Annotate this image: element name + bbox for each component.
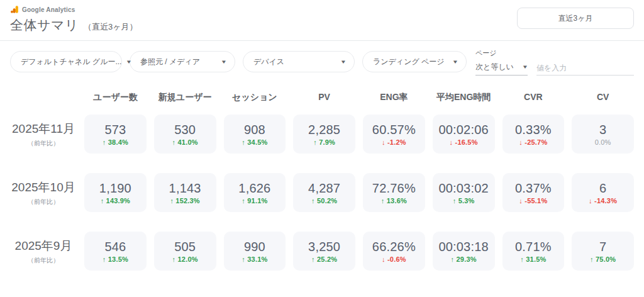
metric-delta: 0.0% [595, 138, 611, 146]
date-range-button[interactable]: 直近3ヶ月 [517, 8, 634, 29]
value-input[interactable] [536, 64, 634, 76]
table-row: 2025年9月（前年比）546↑ 13.5%505↑ 12.0%990↑ 33.… [10, 232, 634, 271]
metric-value: 1,190 [99, 181, 131, 196]
metric-delta: ↑ 152.3% [170, 197, 199, 205]
metric-card: 4,287↑ 50.2% [293, 173, 355, 212]
row-sublabel: （前年比） [10, 256, 77, 265]
metric-value: 573 [104, 123, 126, 137]
metric-card: 573↑ 38.4% [84, 115, 147, 154]
metric-value: 908 [244, 123, 265, 137]
row-label: 2025年10月（前年比） [10, 179, 77, 206]
metric-delta: ↑ 31.5% [520, 255, 546, 263]
column-header: セッション [224, 92, 286, 103]
metric-delta: ↑ 143.9% [101, 197, 130, 205]
metric-delta: ↑ 29.3% [451, 255, 477, 263]
metric-delta: ↑ 91.1% [242, 197, 267, 205]
filter-bar: デフォルトチャネル グルー... ▼ 参照元 / メディア ▼ デバイス ▼ ラ… [0, 41, 644, 76]
chevron-down-icon: ▼ [452, 59, 458, 65]
column-header: PV [293, 92, 355, 103]
filter-landing-page[interactable]: ランディング ページ ▼ [362, 51, 467, 72]
metric-value: 1,626 [238, 181, 270, 196]
page-header: Google Analytics 全体サマリ （直近3ヶ月） 直近3ヶ月 [0, 0, 644, 41]
metric-value: 7 [599, 240, 606, 254]
row-label: 2025年9月（前年比） [10, 238, 77, 265]
metric-card: 00:03:02↑ 5.3% [433, 173, 495, 212]
metric-value: 66.26% [372, 240, 416, 254]
column-header: CVR [502, 92, 565, 103]
page-subtitle: （直近3ヶ月） [84, 21, 138, 33]
filter-default-channel-group[interactable]: デフォルトチャネル グルー... ▼ [10, 51, 122, 72]
metric-delta: ↓ -0.6% [382, 255, 406, 263]
google-analytics-icon [10, 5, 19, 14]
metric-value: 0.71% [515, 240, 552, 254]
page-filter: ページ 次と等しい ▼ [475, 47, 634, 76]
metric-card: 00:02:06↓ -16.5% [433, 115, 495, 154]
metric-value: 3 [599, 123, 606, 137]
metric-value: 0.33% [515, 123, 552, 137]
table-row: 2025年10月（前年比）1,190↑ 143.9%1,143↑ 152.3%1… [10, 173, 634, 212]
condition-select[interactable]: 次と等しい ▼ [475, 62, 528, 76]
page-filter-label: ページ [475, 48, 634, 58]
metric-delta: ↑ 12.0% [172, 255, 198, 263]
metric-card: 546↑ 13.5% [84, 232, 147, 271]
metric-delta: ↑ 75.0% [590, 255, 616, 263]
metric-card: 0.33%↓ -25.7% [502, 115, 565, 154]
column-header: 平均ENG時間 [433, 92, 495, 103]
metric-card: 66.26%↓ -0.6% [363, 232, 425, 271]
metric-card: 990↑ 33.1% [224, 232, 286, 271]
chevron-down-icon: ▼ [522, 64, 528, 70]
metric-card: 1,190↑ 143.9% [84, 173, 147, 212]
column-header: 新規ユーザー [154, 92, 216, 103]
metric-value: 4,287 [308, 181, 340, 196]
row-sublabel: （前年比） [10, 198, 77, 206]
filter-label: 参照元 / メディア [140, 57, 200, 67]
row-month: 2025年9月 [10, 238, 77, 254]
metric-delta: ↑ 33.1% [242, 255, 267, 263]
brand-name: Google Analytics [22, 6, 75, 13]
metric-card: 60.57%↓ -1.2% [363, 115, 425, 154]
metric-value: 2,285 [308, 123, 340, 137]
metric-value: 546 [104, 240, 126, 254]
metric-card: 505↑ 12.0% [154, 232, 216, 271]
metric-value: 00:03:02 [438, 181, 488, 196]
row-label: 2025年11月（前年比） [10, 121, 77, 148]
metric-card: 00:03:18↑ 29.3% [433, 232, 495, 271]
metric-card: 1,143↑ 152.3% [154, 173, 216, 212]
metric-value: 6 [599, 181, 606, 196]
metric-card: 72.76%↑ 13.6% [363, 173, 425, 212]
metric-delta: ↑ 34.5% [242, 138, 267, 146]
row-month: 2025年10月 [10, 179, 77, 196]
metric-value: 505 [174, 240, 196, 254]
metric-delta: ↑ 13.5% [103, 255, 128, 263]
metric-card: 2,285↑ 7.9% [293, 115, 355, 154]
metric-delta: ↑ 41.0% [172, 138, 198, 146]
metric-value: 990 [244, 240, 265, 254]
metric-value: 72.76% [372, 181, 416, 196]
metric-card: 530↑ 41.0% [154, 115, 216, 154]
metric-value: 60.57% [372, 123, 416, 137]
metric-card: 30.0% [572, 115, 634, 154]
metric-delta: ↑ 5.3% [453, 197, 475, 205]
metric-value: 00:02:06 [438, 123, 488, 137]
page-title: 全体サマリ [10, 16, 79, 34]
filter-device[interactable]: デバイス ▼ [243, 51, 355, 72]
chevron-down-icon: ▼ [340, 59, 347, 65]
chevron-down-icon: ▼ [126, 59, 132, 65]
metric-card: 0.71%↑ 31.5% [502, 232, 565, 271]
metric-delta: ↓ -14.3% [589, 197, 617, 205]
metric-delta: ↑ 7.9% [313, 138, 335, 146]
filter-source-medium[interactable]: 参照元 / メディア ▼ [130, 51, 235, 72]
row-sublabel: （前年比） [10, 139, 77, 148]
metric-value: 3,250 [308, 240, 340, 254]
metric-delta: ↑ 13.6% [381, 197, 407, 205]
filter-label: デバイス [253, 57, 284, 67]
metric-card: 1,626↑ 91.1% [224, 173, 286, 212]
filter-label: ランディング ページ [373, 57, 445, 67]
chevron-down-icon: ▼ [221, 59, 227, 65]
condition-label: 次と等しい [475, 62, 514, 72]
metric-delta: ↓ -1.2% [382, 138, 406, 146]
metric-card: 908↑ 34.5% [224, 115, 286, 154]
metric-card: 0.37%↓ -55.1% [502, 173, 565, 212]
metric-delta: ↓ -16.5% [450, 138, 478, 146]
filter-label: デフォルトチャネル グルー... [21, 57, 121, 67]
